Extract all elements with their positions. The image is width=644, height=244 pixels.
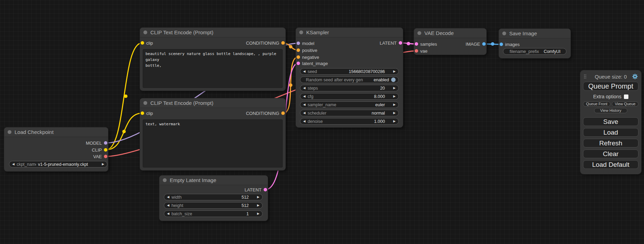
port-row-positive-input: positive bbox=[297, 47, 317, 53]
model-input-port[interactable] bbox=[297, 42, 300, 45]
increment-arrow-icon[interactable]: ▶ bbox=[393, 120, 396, 123]
node-title: Empty Latent Image bbox=[170, 177, 216, 183]
widget-ckpt-name[interactable]: ◀ ckpt_name v1-5-pruned-emaonly.ckpt ▶ bbox=[9, 161, 107, 168]
clip-output-port[interactable] bbox=[104, 148, 107, 152]
increment-arrow-icon[interactable]: ▶ bbox=[393, 70, 396, 73]
widget-seed[interactable]: ◀ seed 156680208700286 ▶ bbox=[300, 68, 399, 75]
node-graph-canvas[interactable]: Load Checkpoint MODEL CLIP VAE ◀ ckpt_na… bbox=[0, 0, 644, 244]
drag-handle-icon[interactable] bbox=[583, 74, 587, 79]
decrement-arrow-icon[interactable]: ◀ bbox=[167, 212, 169, 215]
widget-batch-size[interactable]: ◀ batch_size 1 ▶ bbox=[164, 210, 263, 217]
node-title: Load Checkpoint bbox=[15, 129, 54, 135]
widget-width[interactable]: ◀ width 512 ▶ bbox=[164, 194, 263, 200]
prompt-textarea[interactable]: text, watermark bbox=[143, 119, 283, 168]
queue-size-label: Queue size: 0 bbox=[595, 74, 627, 80]
widget-sampler-name[interactable]: ◀ sampler_name euler ▶ bbox=[300, 101, 399, 108]
port-label: LATENT bbox=[380, 40, 397, 46]
increment-arrow-icon[interactable]: ▶ bbox=[257, 196, 259, 199]
prompt-textarea[interactable]: beautiful scenery nature glass bottle la… bbox=[143, 49, 283, 88]
widget-scheduler[interactable]: ◀ scheduler normal ▶ bbox=[300, 110, 399, 116]
decrement-arrow-icon[interactable]: ◀ bbox=[12, 163, 15, 166]
widget-cfg[interactable]: ◀ cfg 8.000 ▶ bbox=[300, 93, 399, 100]
clip-input-port[interactable] bbox=[141, 41, 144, 45]
settings-gear-icon[interactable] bbox=[632, 73, 638, 80]
collapse-dot-icon[interactable] bbox=[502, 31, 506, 35]
node-titlebar[interactable]: KSampler bbox=[296, 28, 403, 37]
negative-input-port[interactable] bbox=[297, 55, 300, 59]
extra-options-checkbox[interactable] bbox=[624, 94, 628, 99]
increment-arrow-icon[interactable]: ▶ bbox=[393, 87, 396, 90]
queue-panel: Queue size: 0 Queue Prompt Extra options… bbox=[580, 70, 641, 174]
widget-value: 1.000 bbox=[374, 119, 385, 124]
decrement-arrow-icon[interactable]: ◀ bbox=[167, 204, 169, 207]
conditioning-output-port[interactable] bbox=[281, 111, 285, 115]
conditioning-output-port[interactable] bbox=[281, 41, 285, 45]
node-load-checkpoint: Load Checkpoint MODEL CLIP VAE ◀ ckpt_na… bbox=[4, 127, 108, 171]
decrement-arrow-icon[interactable]: ◀ bbox=[303, 120, 306, 123]
image-output-port[interactable] bbox=[482, 42, 486, 46]
decrement-arrow-icon[interactable]: ◀ bbox=[167, 196, 169, 199]
decrement-arrow-icon[interactable]: ◀ bbox=[303, 70, 306, 73]
increment-arrow-icon[interactable]: ▶ bbox=[257, 204, 259, 207]
widget-height[interactable]: ◀ height 512 ▶ bbox=[164, 202, 263, 209]
queue-front-button[interactable]: Queue Front bbox=[583, 101, 610, 107]
latent-output-port[interactable] bbox=[264, 188, 267, 191]
increment-arrow-icon[interactable]: ▶ bbox=[393, 111, 396, 115]
increment-arrow-icon[interactable]: ▶ bbox=[393, 95, 396, 98]
collapse-dot-icon[interactable] bbox=[417, 31, 421, 35]
port-row-negative-input: negative bbox=[297, 54, 319, 60]
node-titlebar[interactable]: Load Checkpoint bbox=[4, 127, 108, 137]
widget-filename-prefix[interactable]: filename_prefix ComfyUI bbox=[503, 48, 566, 55]
node-titlebar[interactable]: CLIP Text Encode (Prompt) bbox=[140, 98, 285, 108]
increment-arrow-icon[interactable]: ▶ bbox=[257, 212, 259, 215]
load-default-button[interactable]: Load Default bbox=[583, 160, 638, 169]
decrement-arrow-icon[interactable]: ◀ bbox=[303, 95, 306, 98]
view-history-button[interactable]: View History bbox=[594, 108, 627, 113]
widget-steps[interactable]: ◀ steps 20 ▶ bbox=[300, 85, 399, 91]
toggle-enabled-icon[interactable] bbox=[391, 78, 396, 82]
extra-options-label: Extra options bbox=[593, 94, 621, 99]
widget-label: batch_size bbox=[171, 211, 244, 216]
collapse-dot-icon[interactable] bbox=[143, 30, 147, 34]
collapse-dot-icon[interactable] bbox=[163, 178, 167, 182]
decrement-arrow-icon[interactable]: ◀ bbox=[303, 103, 306, 106]
load-button[interactable]: Load bbox=[583, 128, 638, 137]
widget-label: scheduler bbox=[308, 111, 370, 116]
widget-value: 1 bbox=[246, 211, 249, 216]
vae-input-port[interactable] bbox=[415, 49, 418, 53]
node-titlebar[interactable]: Empty Latent Image bbox=[159, 175, 268, 185]
latent-image-input-port[interactable] bbox=[297, 62, 300, 65]
refresh-button[interactable]: Refresh bbox=[583, 139, 638, 147]
widget-denoise[interactable]: ◀ denoise 1.000 ▶ bbox=[300, 118, 399, 125]
port-label: vae bbox=[420, 48, 427, 54]
node-titlebar[interactable]: VAE Decode bbox=[414, 28, 486, 38]
positive-input-port[interactable] bbox=[297, 48, 300, 52]
port-label: negative bbox=[302, 55, 319, 60]
port-row-clip-output: CLIP bbox=[92, 147, 107, 153]
view-queue-button[interactable]: View Queue bbox=[612, 101, 638, 107]
history-pill-row: View History bbox=[583, 108, 638, 113]
decrement-arrow-icon[interactable]: ◀ bbox=[303, 87, 306, 90]
widget-random-seed-toggle[interactable]: Random seed after every gen enabled bbox=[300, 76, 399, 83]
latent-output-port[interactable] bbox=[399, 41, 402, 45]
increment-arrow-icon[interactable]: ▶ bbox=[393, 103, 396, 106]
collapse-dot-icon[interactable] bbox=[8, 130, 11, 134]
collapse-dot-icon[interactable] bbox=[143, 101, 147, 105]
model-output-port[interactable] bbox=[104, 141, 107, 145]
queue-prompt-button[interactable]: Queue Prompt bbox=[583, 82, 638, 91]
port-label: positive bbox=[302, 48, 317, 53]
port-row-model-output: MODEL bbox=[86, 140, 107, 146]
collapse-dot-icon[interactable] bbox=[299, 30, 303, 34]
images-input-port[interactable] bbox=[500, 43, 503, 46]
increment-arrow-icon[interactable]: ▶ bbox=[102, 163, 104, 166]
node-titlebar[interactable]: Save Image bbox=[499, 29, 571, 38]
node-title: Save Image bbox=[509, 30, 537, 36]
clip-input-port[interactable] bbox=[141, 111, 144, 115]
save-button[interactable]: Save bbox=[583, 117, 638, 126]
vae-output-port[interactable] bbox=[104, 155, 107, 158]
decrement-arrow-icon[interactable]: ◀ bbox=[303, 111, 306, 115]
wire-midpoint-dot bbox=[407, 42, 410, 45]
samples-input-port[interactable] bbox=[415, 42, 418, 46]
clear-button[interactable]: Clear bbox=[583, 150, 638, 158]
node-titlebar[interactable]: CLIP Text Encode (Prompt) bbox=[140, 28, 285, 37]
